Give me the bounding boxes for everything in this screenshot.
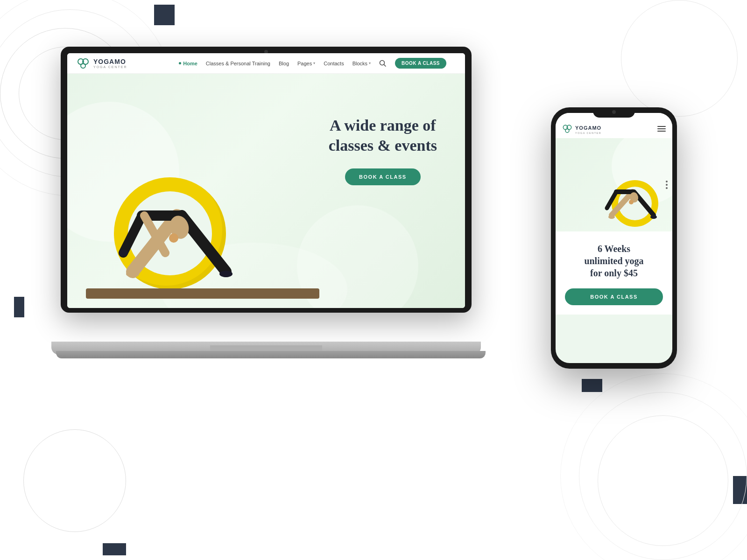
phone-hero-section	[556, 138, 672, 231]
decor-circle-bl	[23, 429, 126, 532]
phone-promo-card: 6 Weeks unlimited yoga for only $45 BOOK…	[556, 231, 672, 315]
hamburger-line-3	[657, 131, 666, 132]
phone-promo-line1: 6 Weeks	[598, 244, 630, 254]
nav-contacts-link[interactable]: Contacts	[324, 61, 344, 66]
svg-point-25	[608, 215, 615, 219]
svg-line-22	[607, 192, 616, 208]
nav-blog-label: Blog	[279, 61, 289, 66]
decor-rect-right-mid	[582, 379, 602, 392]
logo-brand-name: YOGAMO	[93, 58, 127, 65]
svg-point-15	[161, 250, 169, 256]
blocks-chevron-icon: ▾	[369, 61, 371, 65]
svg-line-8	[123, 216, 142, 253]
phone-book-button[interactable]: BOOK A CLASS	[565, 288, 663, 305]
decor-rect-bottom	[103, 543, 126, 555]
phone-notch	[593, 107, 635, 118]
svg-line-4	[384, 64, 386, 66]
site-nav-links: Home Classes & Personal Training Blog Pa…	[179, 58, 446, 69]
nav-home-label: Home	[183, 61, 197, 66]
hero-heading: A wide range of classes & events	[329, 116, 437, 155]
dot-2	[666, 184, 668, 186]
decor-rect-far-right	[733, 476, 747, 504]
hamburger-line-1	[657, 126, 666, 127]
laptop-base-bottom	[56, 351, 486, 358]
phone-promo-line3: for only $45	[590, 268, 638, 278]
hero-heading-line2: classes & events	[329, 137, 437, 154]
svg-point-11	[169, 233, 178, 243]
nav-classes-label: Classes & Personal Training	[206, 61, 270, 66]
laptop-screen-inner: YOGAMO YOGA CENTER Home Classes & Person…	[67, 53, 465, 308]
svg-point-12	[126, 271, 139, 277]
nav-classes-link[interactable]: Classes & Personal Training	[206, 61, 270, 66]
search-icon[interactable]	[379, 60, 387, 67]
decor-circle-tr	[621, 0, 738, 117]
decor-circle-br	[598, 415, 728, 546]
logo-subtitle: YOGA CENTER	[93, 65, 127, 69]
phone-device: YOGAMO YOGA CENTER	[551, 107, 677, 369]
phone-logo-brand: YOGAMO	[575, 125, 601, 131]
nav-blocks-link[interactable]: Blocks ▾	[352, 61, 371, 66]
nav-pages-link[interactable]: Pages ▾	[297, 61, 315, 66]
svg-point-18	[565, 129, 569, 133]
hero-heading-line1: A wide range of	[330, 117, 436, 134]
hero-book-button[interactable]: BOOK A CLASS	[345, 168, 421, 185]
navbar-book-button[interactable]: BOOK A CLASS	[395, 58, 446, 69]
decor-rect-top	[154, 5, 175, 25]
phone-logo-subtitle: YOGA CENTER	[575, 132, 601, 134]
site-logo: YOGAMO YOGA CENTER	[77, 57, 127, 70]
phone-logo-text: YOGAMO YOGA CENTER	[575, 123, 601, 134]
svg-point-24	[629, 200, 634, 204]
phone-yoga-person	[602, 168, 663, 224]
laptop-screen-bezel: YOGAMO YOGA CENTER Home Classes & Person…	[61, 47, 472, 313]
hero-text-block: A wide range of classes & events BOOK A …	[329, 116, 437, 185]
pages-chevron-icon: ▾	[313, 61, 315, 65]
decor-rect-left	[14, 297, 24, 317]
site-navbar: YOGAMO YOGA CENTER Home Classes & Person…	[67, 53, 465, 74]
phone-promo-line2: unlimited yoga	[584, 256, 643, 266]
phone-outer-bezel: YOGAMO YOGA CENTER	[551, 107, 677, 369]
svg-point-14	[119, 250, 128, 256]
svg-line-6	[182, 216, 226, 272]
nav-active-dot	[179, 62, 181, 64]
laptop-device: YOGAMO YOGA CENTER Home Classes & Person…	[61, 47, 481, 355]
site-logo-text: YOGAMO YOGA CENTER	[93, 58, 127, 69]
svg-point-2	[81, 63, 85, 68]
nav-blocks-label: Blocks	[352, 61, 367, 66]
hamburger-line-2	[657, 128, 666, 129]
dot-1	[666, 181, 668, 182]
hamburger-menu-button[interactable]	[657, 126, 666, 132]
svg-point-13	[219, 271, 233, 277]
nav-contacts-label: Contacts	[324, 61, 344, 66]
nav-home-link[interactable]: Home	[179, 61, 197, 66]
logo-svg-icon	[77, 57, 90, 70]
nav-blog-link[interactable]: Blog	[279, 61, 289, 66]
nav-pages-label: Pages	[297, 61, 312, 66]
dot-3	[666, 187, 668, 189]
phone-camera-dot	[612, 110, 616, 114]
svg-point-26	[650, 215, 657, 219]
site-hero: A wide range of classes & events BOOK A …	[67, 74, 465, 308]
yoga-person-figure	[105, 160, 254, 290]
phone-promo-text: 6 Weeks unlimited yoga for only $45	[565, 243, 663, 279]
phone-screen: YOGAMO YOGA CENTER	[556, 113, 672, 363]
phone-logo-icon	[562, 124, 572, 134]
phone-dots-menu[interactable]	[666, 181, 668, 189]
phone-logo: YOGAMO YOGA CENTER	[562, 123, 601, 134]
